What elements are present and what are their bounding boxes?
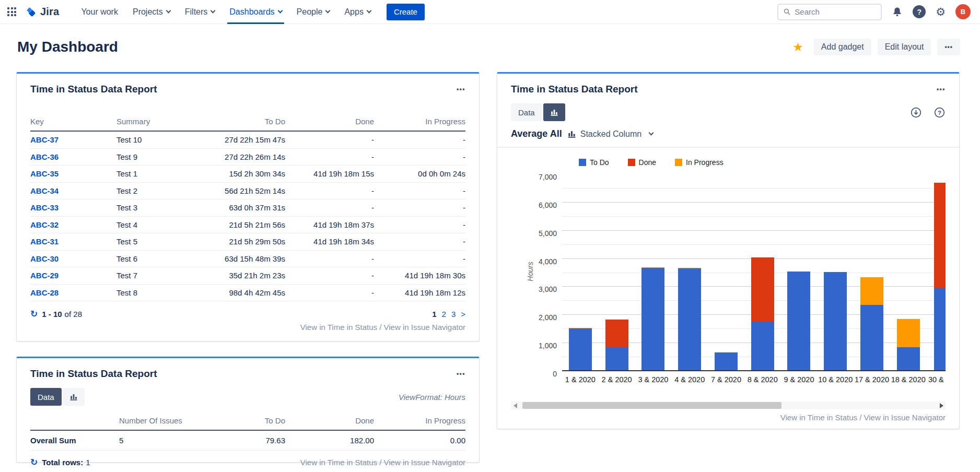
user-avatar[interactable]: B [955, 4, 971, 19]
nav-item-label: Your work [81, 7, 118, 17]
chart-view-button[interactable] [543, 103, 565, 121]
stacked-bar-7-2020[interactable] [715, 352, 738, 371]
gadget-more-button[interactable]: ••• [457, 370, 465, 377]
edit-layout-button[interactable]: Edit layout [878, 39, 931, 55]
issue-key-link[interactable]: ABC-36 [30, 152, 59, 161]
column-header-summary: Summary [116, 117, 196, 126]
issue-key-link[interactable]: ABC-31 [30, 237, 59, 246]
nav-item-label: Dashboards [229, 7, 274, 17]
data-view-button[interactable]: Data [30, 388, 62, 406]
stacked-bar-3-2020[interactable] [641, 267, 664, 371]
gadget-title: Time in Status Data Report [511, 84, 637, 95]
bar-segment-to-do [787, 272, 810, 371]
view-in-time-in-status-link[interactable]: View in Time in Status [300, 323, 377, 332]
overall-sum-row: Overall Sum 5 79.63 182.00 0.00 [30, 431, 465, 451]
nav-item-people[interactable]: People [289, 0, 337, 24]
x-axis-baseline [562, 370, 946, 371]
download-icon[interactable] [910, 107, 922, 119]
gadget-title: Time in Status Data Report [30, 84, 157, 95]
view-in-issue-navigator-link[interactable]: View in Issue Navigator [864, 413, 946, 422]
cell-summary: Test 3 [116, 203, 196, 212]
nav-item-your-work[interactable]: Your work [74, 0, 125, 24]
issue-key-link[interactable]: ABC-32 [30, 220, 59, 229]
sum-column-header-in-progress: In Progress [374, 416, 465, 425]
refresh-icon[interactable]: ↻ [30, 457, 38, 468]
help-icon[interactable]: ? [913, 5, 926, 18]
link-separator: / [857, 413, 864, 422]
chevron-down-icon [166, 8, 171, 14]
stacked-bar-8-2020[interactable] [751, 257, 774, 371]
cell-todo: 63d 0h 37m 31s [196, 203, 285, 212]
stacked-bar-18-2020[interactable] [897, 319, 920, 371]
bar-segment-in-progress [897, 319, 920, 347]
stacked-bar-17-2020[interactable] [860, 277, 883, 371]
view-in-issue-navigator-link[interactable]: View in Issue Navigator [384, 458, 465, 467]
legend-item-in-progress: In Progress [675, 158, 724, 167]
cell-summary: Test 5 [116, 237, 196, 246]
issue-key-link[interactable]: ABC-35 [30, 169, 59, 178]
stacked-bar-10-2020[interactable] [824, 272, 847, 371]
nav-item-projects[interactable]: Projects [125, 0, 178, 24]
stacked-bar-30[interactable] [934, 183, 946, 371]
page-3[interactable]: 3 [451, 310, 456, 318]
scrollbar-track[interactable] [519, 402, 937, 409]
issue-key-link[interactable]: ABC-33 [30, 203, 59, 212]
chart-view-button[interactable] [63, 388, 85, 406]
create-button[interactable]: Create [387, 4, 425, 20]
x-label-9-2020: 9 & 2020 [781, 375, 818, 384]
next-page-button[interactable]: > [461, 310, 465, 318]
legend-item-done: Done [628, 158, 656, 167]
stacked-bar-4-2020[interactable] [678, 268, 701, 371]
app-switcher-icon[interactable] [7, 7, 16, 16]
chart-horizontal-scrollbar[interactable] [511, 401, 946, 410]
search-box[interactable] [777, 4, 882, 20]
view-in-time-in-status-link[interactable]: View in Time in Status [300, 458, 377, 467]
favorite-star-icon[interactable]: ★ [792, 40, 803, 54]
scrollbar-thumb[interactable] [522, 402, 781, 409]
issue-key-link[interactable]: ABC-30 [30, 254, 59, 263]
stacked-bar-9-2020[interactable] [787, 272, 810, 371]
issue-key-link[interactable]: ABC-34 [30, 186, 59, 195]
add-gadget-button[interactable]: Add gadget [814, 39, 871, 55]
dashboard-more-button[interactable]: ••• [937, 39, 960, 55]
done-sum-value: 182.00 [285, 436, 374, 445]
settings-gear-icon[interactable]: ⚙ [936, 6, 946, 17]
notifications-bell-icon[interactable] [892, 6, 903, 17]
jira-logo[interactable]: Jira [25, 6, 59, 18]
bar-segment-to-do [897, 347, 920, 371]
scroll-right-arrow[interactable] [937, 401, 946, 410]
table-row: ABC-34Test 256d 21h 52m 14s-- [30, 183, 465, 200]
stacked-bar-2-2020[interactable] [605, 320, 628, 371]
issue-key-link[interactable]: ABC-28 [30, 288, 59, 297]
table-row: ABC-35Test 115d 2h 30m 34s41d 19h 18m 15… [30, 166, 465, 183]
jira-mark-icon [25, 6, 37, 18]
pagination-range: 1 - 10 [42, 310, 62, 318]
stacked-bar-1-2020[interactable] [569, 328, 592, 371]
gadget-more-button[interactable]: ••• [457, 86, 465, 93]
nav-item-dashboards[interactable]: Dashboards [222, 0, 289, 24]
cell-done: 41d 19h 18m 34s [285, 237, 374, 246]
cell-key: ABC-34 [30, 186, 116, 195]
nav-item-filters[interactable]: Filters [178, 0, 223, 24]
chart-help-icon[interactable]: ? [934, 107, 946, 119]
cell-in-progress: - [374, 186, 465, 195]
view-in-time-in-status-link[interactable]: View in Time in Status [780, 413, 857, 422]
issue-key-link[interactable]: ABC-29 [30, 271, 59, 280]
cell-todo: 27d 22h 15m 47s [196, 135, 285, 144]
issue-key-link[interactable]: ABC-37 [30, 135, 59, 144]
gadget-more-button[interactable]: ••• [937, 86, 946, 93]
nav-item-apps[interactable]: Apps [337, 0, 378, 24]
scroll-left-arrow[interactable] [511, 401, 519, 410]
chart-type-dropdown[interactable]: Stacked Column [567, 129, 653, 139]
view-in-issue-navigator-link[interactable]: View in Issue Navigator [384, 323, 465, 332]
x-label-7-2020: 7 & 2020 [708, 375, 744, 384]
sum-table-header-row: Number Of IssuesTo DoDoneIn Progress [30, 416, 465, 431]
search-input[interactable] [795, 7, 876, 16]
data-view-button[interactable]: Data [511, 103, 542, 121]
chevron-down-icon [325, 8, 331, 14]
pagination-bar: ↻ 1 - 10 of 28 123> [30, 309, 465, 320]
cell-key: ABC-36 [30, 152, 116, 161]
page-2[interactable]: 2 [442, 310, 446, 318]
cell-summary: Test 2 [116, 186, 196, 195]
refresh-icon[interactable]: ↻ [30, 309, 38, 320]
